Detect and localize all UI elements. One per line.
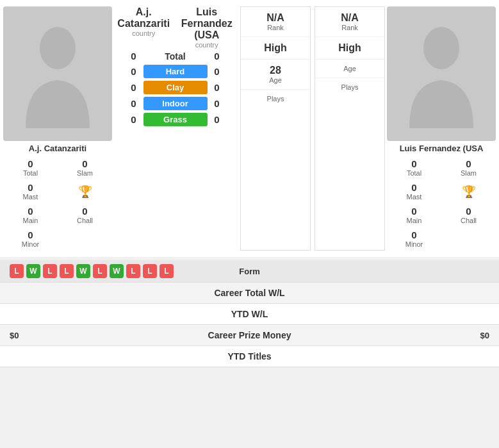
player2-plays-cell: Plays: [315, 78, 384, 96]
total-row: 0 Total 0: [124, 49, 227, 63]
player1-plays-label: Plays: [246, 95, 305, 103]
ytd-titles-label: YTD Titles: [186, 351, 314, 361]
ytd-wl-label: YTD W/L: [186, 309, 314, 319]
player2-plays-label: Plays: [320, 83, 379, 91]
grass-badge: Grass: [143, 113, 208, 126]
player1-plays-cell: Plays: [241, 90, 310, 108]
player1-mast-label: Mast: [4, 193, 56, 201]
player1-rank-value: N/A: [246, 12, 305, 24]
indoor-p2: 0: [208, 98, 227, 109]
player1-total-cell: 0 Total: [3, 156, 58, 179]
player1-trophy-icon: 🏆: [78, 185, 92, 199]
player2-chall-label: Chall: [443, 217, 495, 224]
form-badge-2: L: [43, 264, 57, 278]
player1-name-block: A.j. Catanzariti country: [112, 6, 176, 49]
player1-high-cell: High: [241, 37, 310, 60]
player2-total-value: 0: [388, 158, 440, 169]
player2-age-label: Age: [320, 65, 379, 72]
player2-rank-label: Rank: [320, 24, 379, 31]
player1-stats: 0 Total 0 Slam 0 Mast 🏆 0 Main: [3, 156, 112, 251]
grass-row: 0 Grass 0: [124, 113, 227, 126]
player1-rank-cell: N/A Rank: [241, 7, 310, 37]
player2-high-value: High: [320, 42, 379, 54]
player2-slam-cell: 0 Slam: [441, 156, 496, 179]
svg-point-0: [40, 27, 76, 69]
center-panel: A.j. Catanzariti country Luis Fernandez …: [112, 6, 238, 251]
player2-mast-label: Mast: [388, 193, 440, 201]
player1-minor-label: Minor: [4, 240, 56, 248]
grass-p1: 0: [124, 114, 143, 125]
player2-country: country: [176, 41, 239, 49]
form-badge-7: L: [126, 264, 140, 278]
player1-main-cell: 0 Main: [3, 203, 58, 227]
player1-slam-label: Slam: [59, 169, 111, 177]
career-prize-label: Career Prize Money: [186, 330, 314, 340]
player2-slam-value: 0: [443, 158, 495, 169]
player1-mast-value: 0: [4, 182, 56, 193]
form-badge-1: W: [26, 264, 40, 278]
player1-total-label: Total: [4, 169, 56, 177]
player1-minor-value: 0: [4, 229, 56, 240]
player2-center-name: Luis Fernandez (USA: [176, 6, 239, 41]
player2-total-label: Total: [388, 169, 440, 177]
hard-p1: 0: [124, 66, 143, 77]
clay-p2: 0: [208, 82, 227, 93]
player2-high-cell: High: [315, 37, 384, 60]
player1-country: country: [112, 29, 176, 37]
player1-main-value: 0: [4, 206, 56, 217]
player1-rank-label: Rank: [246, 24, 305, 31]
player2-name: Luis Fernandez (USA: [400, 141, 484, 156]
player1-chall-cell: 0 Chall: [58, 203, 112, 227]
svg-point-1: [423, 27, 459, 69]
form-badge-4: W: [76, 264, 90, 278]
career-prize-row: $0 Career Prize Money $0: [0, 325, 499, 346]
player2-mast-cell: 0 Mast: [387, 179, 441, 203]
player2-main-label: Main: [388, 217, 440, 224]
clay-badge: Clay: [143, 81, 208, 94]
player1-name: A.j. Catanzariti: [29, 141, 86, 156]
player2-age-cell: Age: [315, 60, 384, 78]
player1-age-label: Age: [246, 76, 305, 84]
hard-row: 0 Hard 0: [124, 65, 227, 78]
player1-main-label: Main: [4, 217, 56, 224]
player1-block: A.j. Catanzariti 0 Total 0 Slam 0 Mast 🏆: [3, 6, 112, 251]
career-total-label: Career Total W/L: [186, 288, 314, 298]
player1-age-cell: 28 Age: [241, 60, 310, 90]
names-row: A.j. Catanzariti country Luis Fernandez …: [112, 6, 238, 49]
form-label: Form: [186, 267, 314, 276]
player2-mast-value: 0: [388, 182, 440, 193]
form-badge-3: L: [60, 264, 74, 278]
player2-total-cell: 0 Total: [387, 156, 441, 179]
player2-block: Luis Fernandez (USA 0 Total 0 Slam 0 Mas…: [387, 6, 496, 251]
career-prize-p1: $0: [10, 331, 186, 340]
player2-slam-label: Slam: [443, 169, 495, 177]
ytd-titles-row: YTD Titles: [0, 346, 499, 367]
player1-high-value: High: [246, 42, 305, 54]
player2-side-info: N/A Rank High Age Plays: [315, 6, 385, 251]
player2-main-cell: 0 Main: [387, 203, 441, 227]
player2-minor-cell: 0 Minor: [387, 227, 441, 251]
player2-trophy-icon: 🏆: [462, 185, 476, 199]
player2-rank-value: N/A: [320, 12, 379, 24]
player2-photo: [387, 6, 496, 141]
total-score-p2: 0: [208, 51, 227, 62]
main-container: A.j. Catanzariti 0 Total 0 Slam 0 Mast 🏆: [0, 0, 499, 367]
player1-slam-value: 0: [59, 158, 111, 169]
player1-slam-cell: 0 Slam: [58, 156, 112, 179]
career-prize-p2: $0: [314, 331, 490, 340]
player2-stats: 0 Total 0 Slam 0 Mast 🏆 0 Main: [387, 156, 496, 251]
hard-p2: 0: [208, 66, 227, 77]
player1-trophy-cell: 🏆: [58, 179, 112, 203]
player1-center-name: A.j. Catanzariti: [112, 6, 176, 29]
player2-chall-cell: 0 Chall: [441, 203, 496, 227]
form-badge-9: L: [160, 264, 174, 278]
player2-rank-cell: N/A Rank: [315, 7, 384, 37]
player2-main-value: 0: [388, 206, 440, 217]
form-badge-8: L: [143, 264, 157, 278]
grass-p2: 0: [208, 114, 227, 125]
career-total-row: Career Total W/L: [0, 283, 499, 304]
form-badge-6: W: [110, 264, 124, 278]
indoor-badge: Indoor: [143, 97, 208, 110]
player1-side-info: N/A Rank High 28 Age Plays: [240, 6, 311, 251]
player2-minor-label: Minor: [388, 240, 440, 248]
